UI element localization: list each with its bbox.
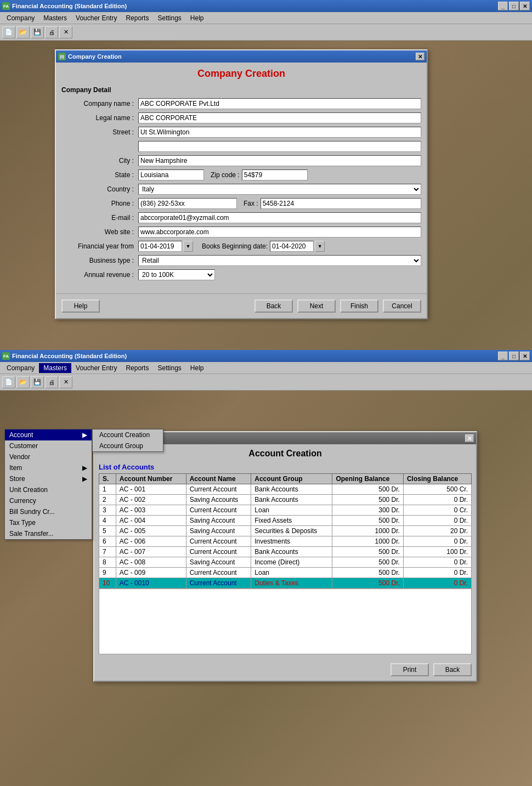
- table-cell: 4: [99, 516, 116, 526]
- bottom-toolbar-save[interactable]: 💾: [31, 376, 44, 388]
- bottom-menu-help[interactable]: Help: [186, 363, 208, 373]
- city-input[interactable]: [138, 155, 421, 166]
- zip-label: Zip code :: [211, 171, 240, 179]
- books-begin-cal-btn[interactable]: ▼: [315, 241, 325, 252]
- fin-year-cal-btn[interactable]: ▼: [183, 241, 193, 252]
- bottom-close-button[interactable]: ✕: [520, 352, 530, 360]
- street-input[interactable]: [138, 127, 421, 138]
- bottom-menu-settings[interactable]: Settings: [153, 363, 185, 373]
- maximize-button[interactable]: □: [509, 2, 519, 10]
- toolbar-delete[interactable]: ✕: [59, 26, 72, 38]
- account-group-menu-item[interactable]: Account Group: [93, 440, 163, 451]
- masters-vendor-item[interactable]: Vendor: [5, 451, 92, 462]
- website-input[interactable]: [138, 227, 421, 238]
- website-row: Web site :: [61, 227, 421, 238]
- company-dialog-content: Company Creation Company Detail Company …: [56, 63, 427, 289]
- company-dialog-close[interactable]: ✕: [416, 53, 425, 60]
- table-row[interactable]: 6AC - 006Current AccountInvestments1000 …: [99, 536, 472, 547]
- street2-input[interactable]: [138, 141, 421, 152]
- state-input[interactable]: [138, 169, 204, 180]
- toolbar-print[interactable]: 🖨: [45, 26, 58, 38]
- bottom-maximize-button[interactable]: □: [509, 352, 519, 360]
- bottom-toolbar-print[interactable]: 🖨: [45, 376, 58, 388]
- bottom-minimize-button[interactable]: _: [498, 352, 508, 360]
- finish-button[interactable]: Finish: [340, 299, 378, 313]
- table-cell: Current Account: [186, 568, 251, 578]
- masters-tax-type-item[interactable]: Tax Type: [5, 517, 92, 528]
- menu-voucher-entry[interactable]: Voucher Entry: [71, 13, 121, 23]
- table-cell: AC - 005: [116, 526, 186, 536]
- account-print-button[interactable]: Print: [390, 663, 429, 676]
- cancel-button[interactable]: Cancel: [383, 299, 421, 313]
- table-cell: 0 Dr.: [403, 578, 471, 589]
- masters-unit-creation-item[interactable]: Unit Creation: [5, 484, 92, 495]
- app-icon: FA: [2, 2, 10, 10]
- annual-revenue-select[interactable]: 20 to 100K 100K to 1M: [138, 269, 215, 280]
- menu-masters[interactable]: Masters: [39, 13, 71, 23]
- fax-label: Fax :: [244, 200, 258, 207]
- table-cell: 0 Dr.: [403, 495, 471, 505]
- help-button[interactable]: Help: [61, 299, 100, 313]
- phone-fax-row: Phone : Fax :: [61, 198, 421, 209]
- minimize-button[interactable]: _: [498, 2, 508, 10]
- company-name-input[interactable]: [138, 98, 421, 109]
- business-type-select[interactable]: Retail Wholesale: [138, 255, 421, 266]
- table-cell: Current Account: [186, 536, 251, 547]
- toolbar-save[interactable]: 💾: [31, 26, 44, 38]
- account-creation-menu-item[interactable]: Account Creation: [93, 429, 163, 440]
- account-back-button[interactable]: Back: [433, 663, 472, 676]
- table-row[interactable]: 9AC - 009Current AccountLoan500 Dr.0 Dr.: [99, 568, 472, 578]
- table-row[interactable]: 1AC - 001Current AccountBank Accounts500…: [99, 484, 472, 495]
- phone-input[interactable]: [138, 198, 237, 209]
- fax-input[interactable]: [261, 198, 421, 209]
- country-select[interactable]: Italy USA UK: [138, 184, 421, 195]
- zip-input[interactable]: [242, 169, 308, 180]
- legal-name-input[interactable]: [138, 112, 421, 123]
- col-s: S.: [99, 474, 116, 484]
- top-menubar: Company Masters Voucher Entry Reports Se…: [0, 12, 532, 24]
- masters-sale-transfer-item[interactable]: Sale Transfer...: [5, 528, 92, 539]
- table-cell: 500 Dr.: [332, 495, 403, 505]
- bottom-menu-voucher-entry[interactable]: Voucher Entry: [71, 363, 121, 373]
- toolbar-open[interactable]: 📂: [16, 26, 30, 38]
- bottom-toolbar-open[interactable]: 📂: [16, 376, 30, 388]
- bottom-menu-masters[interactable]: Masters: [39, 363, 71, 373]
- toolbar-new[interactable]: 📄: [2, 26, 15, 38]
- next-button[interactable]: Next: [297, 299, 336, 313]
- menu-reports[interactable]: Reports: [121, 13, 153, 23]
- fin-year-input[interactable]: [138, 241, 182, 252]
- table-row[interactable]: 2AC - 002Saving AccountsBank Accounts500…: [99, 495, 472, 505]
- masters-account-item[interactable]: Account ▶: [5, 429, 92, 440]
- bottom-toolbar-new[interactable]: 📄: [2, 376, 15, 388]
- bottom-menu-reports[interactable]: Reports: [121, 363, 153, 373]
- table-cell: Fixed Assets: [251, 516, 332, 526]
- masters-customer-item[interactable]: Customer: [5, 440, 92, 451]
- country-label: Country :: [61, 185, 138, 193]
- list-of-accounts-label: List of Accounts: [99, 463, 472, 471]
- menu-help[interactable]: Help: [186, 13, 208, 23]
- close-button[interactable]: ✕: [520, 2, 530, 10]
- bottom-menu-company[interactable]: Company: [2, 363, 39, 373]
- masters-store-item[interactable]: Store ▶: [5, 473, 92, 484]
- masters-currency-item[interactable]: Currency: [5, 495, 92, 506]
- account-dialog-footer: Print Back: [94, 659, 476, 681]
- table-cell: Saving Account: [186, 526, 251, 536]
- company-name-label: Company name :: [61, 100, 138, 108]
- table-row[interactable]: 5AC - 005Saving AccountSecurities & Depo…: [99, 526, 472, 536]
- table-cell: Bank Accounts: [251, 547, 332, 557]
- bottom-toolbar-delete[interactable]: ✕: [59, 376, 72, 388]
- masters-bill-sundry-item[interactable]: Bill Sundry Cr...: [5, 506, 92, 517]
- table-row[interactable]: 4AC - 004Saving AccountFixed Assets500 D…: [99, 516, 472, 526]
- email-input[interactable]: [138, 212, 421, 223]
- table-row[interactable]: 7AC - 007Current AccountBank Accounts500…: [99, 547, 472, 557]
- back-button[interactable]: Back: [254, 299, 293, 313]
- menu-settings[interactable]: Settings: [153, 13, 185, 23]
- table-row[interactable]: 8AC - 008Saving AccountIncome (Direct)50…: [99, 557, 472, 568]
- table-row[interactable]: 10AC - 0010Current AccountDuties & Taxes…: [99, 578, 472, 589]
- masters-item-item[interactable]: Item ▶: [5, 462, 92, 473]
- table-row[interactable]: 3AC - 003Current AccountLoan300 Dr.0 Cr.: [99, 505, 472, 516]
- menu-company[interactable]: Company: [2, 13, 39, 23]
- account-dialog-close[interactable]: ✕: [465, 434, 474, 442]
- account-dialog-content: Account Creation List of Accounts S. Acc…: [94, 444, 476, 659]
- books-begin-input[interactable]: [270, 241, 314, 252]
